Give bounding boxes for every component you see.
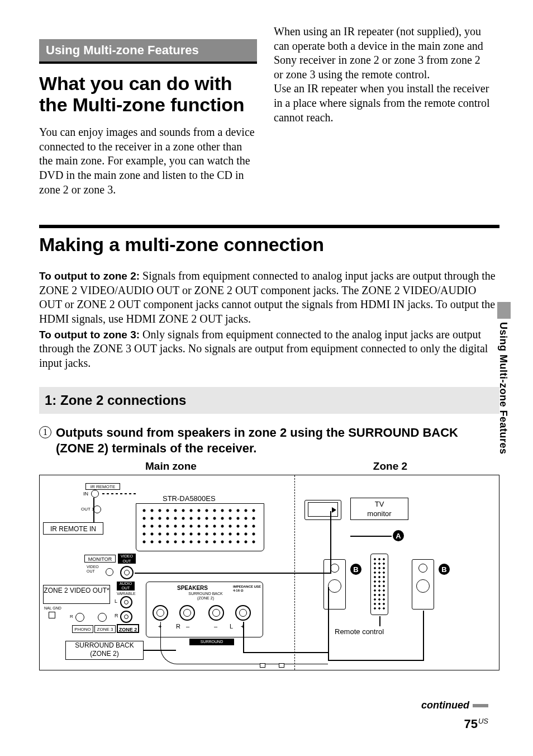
side-tab-marker — [497, 302, 511, 319]
step-number-circle: 1 — [39, 426, 51, 438]
zone3-lead-bold: To output to zone 3: — [39, 329, 140, 341]
ir-remote-in-callout: IR REMOTE IN — [43, 522, 103, 535]
sb-l1: SURROUND BACK — [66, 641, 143, 650]
subhead-zone2-connections: 1: Zone 2 connections — [39, 387, 499, 414]
page-region: US — [478, 717, 488, 725]
badge-b-right: B — [439, 564, 450, 575]
cable-right-up — [423, 611, 424, 661]
zone2-paragraph: To output to zone 2: Signals from equipm… — [39, 269, 499, 326]
sb-l2: (ZONE 2) — [66, 650, 143, 658]
jack-grid — [140, 507, 258, 548]
step-1-text: Outputs sound from speakers in zone 2 us… — [56, 425, 499, 456]
right-column: When using an IR repeater (not supplied)… — [274, 25, 492, 197]
monitor-label-box: MONITOR — [84, 555, 116, 563]
section-label: Using Multi-zone Features — [39, 39, 257, 62]
video-out-pill: VIDEO OUT — [118, 554, 136, 564]
connection-diagram: STR-DA5800ES IR REMOTE IN OUT 1 IR REMOT… — [39, 475, 499, 670]
cable-bundle — [160, 622, 328, 664]
intro-paragraph-a: You can enjoy images and sounds from a d… — [39, 125, 257, 197]
badge-b-left: B — [350, 564, 361, 575]
tv-monitor-box: TV monitor — [350, 498, 408, 520]
video-cable — [135, 573, 330, 574]
zone2-box: ZONE 2 — [117, 624, 139, 633]
section-rule — [39, 62, 257, 64]
cable-cross — [243, 652, 328, 653]
two-column-intro: Using Multi-zone Features What you can d… — [39, 25, 499, 197]
ir-callout-line — [93, 498, 94, 522]
heading-what-you-can-do: What you can do with the Multi-zone func… — [39, 73, 257, 115]
ir-remote-box: IR REMOTE — [85, 483, 120, 490]
nal-gnd: NAL GND — [44, 606, 61, 610]
ir-jack-icon — [91, 490, 99, 498]
out1-jack-icon — [93, 505, 101, 513]
remote-line — [379, 616, 380, 626]
speakers-title: SPEAKERS — [177, 585, 208, 591]
step-1-heading: 1 Outputs sound from speakers in zone 2 … — [39, 425, 499, 456]
audio-out-pill: AUDIO OUT — [117, 582, 135, 590]
plug2 — [279, 663, 284, 668]
page-number: 75US — [464, 717, 488, 731]
cable-to-right — [328, 660, 423, 661]
continued-label: continued — [421, 700, 488, 711]
r-label: R — [115, 613, 118, 618]
in-label: IN — [83, 491, 88, 497]
zone3-box: ZONE 3 — [94, 625, 116, 633]
out1-label: OUT 1 — [81, 507, 94, 512]
intro-paragraph-b: When using an IR repeater (not supplied)… — [274, 25, 492, 125]
tv-screen — [308, 502, 338, 517]
zone-labels-row: Main zone Zone 2 — [39, 460, 499, 472]
r2-label: R — [70, 614, 73, 619]
side-tab-label: Using Multi-zone Features — [495, 322, 511, 462]
left-column: Using Multi-zone Features What you can d… — [39, 25, 257, 197]
page-num: 75 — [464, 717, 477, 731]
label-zone-2: Zone 2 — [373, 460, 407, 472]
badge-a: A — [393, 530, 404, 541]
ir-cable-icon — [102, 491, 136, 497]
model-label: STR-DA5800ES — [163, 494, 216, 503]
l-label: L — [115, 598, 117, 604]
video-out-tiny: VIDEO OUT — [87, 565, 107, 574]
surround-back-callout: SURROUND BACK (ZONE 2) — [65, 641, 144, 660]
phono-box: PHONO — [72, 625, 93, 633]
section-label-block: Using Multi-zone Features — [39, 39, 257, 64]
remote-btn-grid — [373, 557, 386, 611]
cable-down — [243, 622, 244, 652]
remote-control-label: Remote control — [335, 627, 384, 636]
page: Using Multi-zone Features Using Multi-zo… — [0, 0, 533, 756]
zone3-paragraph: To output to zone 3: Only signals from e… — [39, 328, 499, 371]
tv-l1: TV — [351, 499, 408, 509]
gnd-post — [49, 612, 55, 618]
tv-l2: monitor — [351, 509, 408, 518]
thick-rule — [39, 225, 499, 228]
zone2-lead-bold: To output to zone 2: — [39, 270, 140, 282]
zone2-video-out-callout: ZONE 2 VIDEO OUT* — [43, 585, 110, 604]
heading-making-connection: Making a multi-zone connection — [39, 234, 499, 256]
a-line — [350, 536, 392, 537]
impedance-label: IMPEDANCE USE 4-16 Ω — [233, 585, 261, 593]
variable-label: VARIABLE — [117, 592, 136, 596]
sb-zone2-small: SURROUND BACK (ZONE 2) — [186, 592, 225, 601]
label-main-zone: Main zone — [145, 460, 197, 472]
plug1 — [260, 663, 265, 668]
